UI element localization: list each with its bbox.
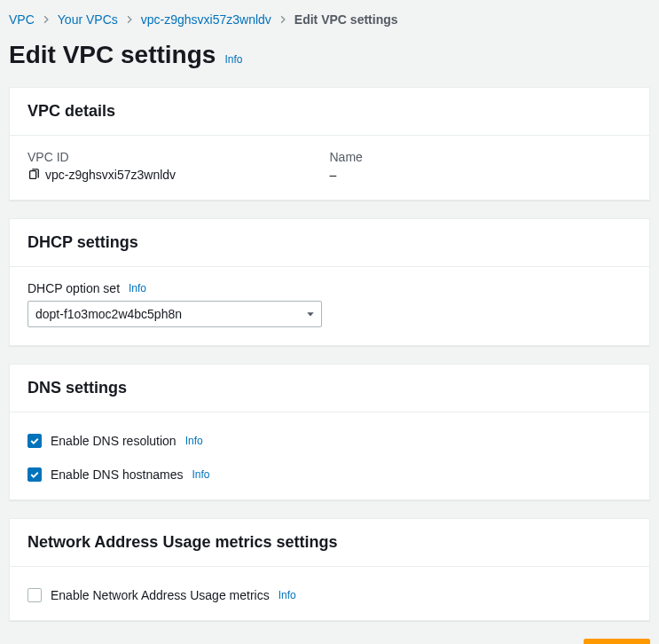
breadcrumb-link-vpc[interactable]: VPC — [9, 12, 35, 27]
breadcrumb-link-your-vpcs[interactable]: Your VPCs — [58, 12, 118, 27]
panel-header-nau: Network Address Usage metrics settings — [10, 519, 649, 567]
chevron-right-icon — [279, 12, 287, 27]
panel-dns-settings: DNS settings Enable DNS resolution Info … — [9, 364, 650, 500]
page-title-text: Edit VPC settings — [9, 41, 216, 69]
chevron-right-icon — [125, 12, 134, 27]
dns-hostnames-label: Enable DNS hostnames — [51, 467, 183, 482]
checkbox-dns-hostnames[interactable] — [27, 467, 42, 482]
dhcp-option-set-select[interactable]: dopt-f1o3moc2w4bc5ph8n — [27, 301, 322, 327]
footer-actions: Cancel Save — [9, 639, 650, 644]
vpc-name-label: Name — [330, 150, 632, 164]
breadcrumb: VPC Your VPCs vpc-z9ghsvxi57z3wnldv Edit… — [9, 9, 650, 37]
panel-header-dns: DNS settings — [10, 365, 649, 412]
nau-enable-label: Enable Network Address Usage metrics — [51, 588, 270, 602]
dhcp-option-set-label: DHCP option set — [27, 281, 120, 295]
cancel-button[interactable]: Cancel — [495, 639, 573, 644]
vpc-id-label: VPC ID — [27, 150, 330, 164]
panel-header-vpc-details: VPC details — [10, 88, 649, 136]
checkbox-dns-resolution[interactable] — [27, 434, 42, 448]
info-link-dns-hostnames[interactable]: Info — [192, 468, 209, 481]
page-title: Edit VPC settings Info — [9, 41, 650, 69]
svg-rect-0 — [30, 171, 36, 179]
breadcrumb-link-vpc-id[interactable]: vpc-z9ghsvxi57z3wnldv — [141, 12, 271, 27]
panel-vpc-details: VPC details VPC ID vpc-z9ghsvxi57z3wnldv… — [9, 87, 650, 200]
vpc-id-value: vpc-z9ghsvxi57z3wnldv — [45, 168, 176, 182]
info-link-dns-resolution[interactable]: Info — [185, 435, 203, 447]
copy-icon[interactable] — [27, 169, 40, 181]
panel-header-dhcp: DHCP settings — [10, 219, 649, 267]
info-link-nau[interactable]: Info — [279, 589, 296, 601]
panel-nau-settings: Network Address Usage metrics settings E… — [9, 518, 650, 621]
dns-resolution-label: Enable DNS resolution — [51, 434, 177, 448]
chevron-right-icon — [42, 12, 51, 27]
save-button[interactable]: Save — [584, 639, 650, 644]
info-link-page[interactable]: Info — [224, 53, 242, 66]
checkbox-nau-enable[interactable] — [27, 588, 42, 602]
vpc-name-value: – — [330, 168, 337, 182]
breadcrumb-current: Edit VPC settings — [294, 12, 398, 27]
panel-dhcp-settings: DHCP settings DHCP option set Info dopt-… — [9, 218, 650, 346]
info-link-dhcp[interactable]: Info — [129, 282, 146, 295]
